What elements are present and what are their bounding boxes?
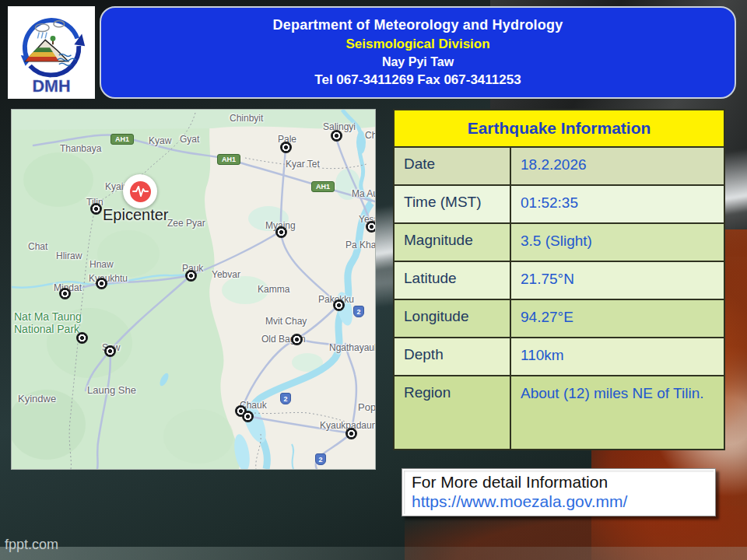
map-town-label: Popa [358,401,376,413]
table-row: Depth110km [395,338,724,376]
map-town-label: Kyar Tet [286,159,320,170]
town-marker-icon[interactable] [59,288,71,299]
highway-badge-2: 2 [280,393,291,404]
table-row: RegionAbout (12) miles NE of Tilin. [395,376,724,449]
header-division: Seismological Division [345,37,489,52]
town-marker-icon[interactable] [90,203,102,215]
map-town-label: Hliraw [56,250,82,261]
highway-badge-2: 2 [353,306,364,317]
header-banner: Department of Meteorology and Hydrology … [100,6,736,99]
map-town-label: Kyaw [149,135,171,146]
map-town-label: Cha [365,130,376,141]
table-body: Date18.2.2026Time (MST)01:52:35Magnitude… [395,148,724,449]
map-town-label: Chinbyit [230,113,263,124]
town-marker-icon[interactable] [366,221,377,233]
map-town-label: Zee Pyar [167,218,205,229]
map-town-label: Mvit Chay [265,316,307,327]
map-town-label: Pa Khan Gyi [345,240,376,250]
town-marker-icon[interactable] [275,226,287,238]
row-label: Longitude [395,300,511,337]
town-marker-icon[interactable] [291,334,303,345]
table-row: Magnitude3.5 (Slight) [395,224,724,262]
dmh-logo-text: DMH [32,75,70,94]
row-value: About (12) miles NE of Tilin. [511,376,724,449]
map-town-label: Chat [28,241,47,252]
row-value: 3.5 (Slight) [511,224,724,261]
map-town-label: Laung She [87,384,136,396]
row-value: 110km [511,338,724,375]
town-marker-icon[interactable] [331,130,342,142]
header-contact: Tel 067-3411269 Fax 067-3411253 [314,72,521,88]
row-value: 94.27°E [511,300,724,337]
header-department: Department of Meteorology and Hydrology [273,17,563,33]
earthquake-info-table: Earthquake Information Date18.2.2026Time… [393,109,725,450]
town-marker-icon[interactable] [242,411,254,422]
highway-badge-ah1: AH1 [311,181,335,192]
slide-canvas: DMH Department of Meteorology and Hydrol… [0,0,747,560]
map-overlay: ThanbayaKyawGyatChinbyitSalingyiChaPaleK… [12,110,375,469]
dmh-logo: DMH [8,6,95,99]
table-row: Time (MST)01:52:35 [395,186,724,224]
table-row: Date18.2.2026 [395,148,724,186]
epicenter-label: Epicenter [103,206,169,224]
town-marker-icon[interactable] [185,270,197,282]
row-label: Region [395,376,511,449]
town-marker-icon[interactable] [76,332,88,344]
dmh-logo-icon: DMH [13,11,89,95]
epicenter-seismogram-icon [130,181,151,202]
more-info-box: For More detail Information https://www.… [402,468,716,516]
highway-badge-ah1: AH1 [217,154,240,165]
moezala-link[interactable]: https://www.moezala.gov.mm/ [412,492,627,511]
epicenter-icon[interactable] [123,174,157,208]
town-marker-icon[interactable] [345,428,357,439]
more-info-text: For More detail Information [412,473,715,492]
map-panel[interactable]: ThanbayaKyawGyatChinbyitSalingyiChaPaleK… [11,109,376,470]
background-bottom-strip [0,547,747,560]
map-town-label: Gyat [180,134,199,145]
row-label: Date [395,148,511,184]
map-town-label: Hnaw [89,259,114,270]
map-town-label: Kyaukhtu [89,273,128,284]
national-park-label: Nat Ma TaungNational Park [14,310,82,335]
table-title: Earthquake Information [395,110,724,148]
row-value: 01:52:35 [511,186,724,222]
map-town-label: Kyindwe [18,393,56,404]
town-marker-icon[interactable] [333,299,345,311]
header-city: Nay Pyi Taw [382,55,454,69]
map-town-label: Yebvar [212,269,240,280]
fppt-watermark[interactable]: fppt.com [5,537,58,553]
map-town-label: Thanbaya [60,143,101,154]
highway-badge-2: 2 [315,453,326,465]
map-town-label: Kamma [258,284,289,295]
row-label: Depth [395,338,511,375]
row-value: 21.75°N [511,262,724,299]
town-marker-icon[interactable] [96,278,107,289]
town-marker-icon[interactable] [280,142,292,153]
highway-badge-ah1: AH1 [110,134,134,145]
row-value: 18.2.2026 [511,148,724,184]
town-marker-icon[interactable] [104,345,116,357]
row-label: Latitude [395,262,511,299]
row-label: Time (MST) [395,186,511,222]
table-row: Latitude21.75°N [395,262,724,300]
map-town-label: Ngathayauk [329,342,376,353]
row-label: Magnitude [395,224,511,261]
map-town-label: Ma Au [352,188,376,199]
table-row: Longitude94.27°E [395,300,724,338]
